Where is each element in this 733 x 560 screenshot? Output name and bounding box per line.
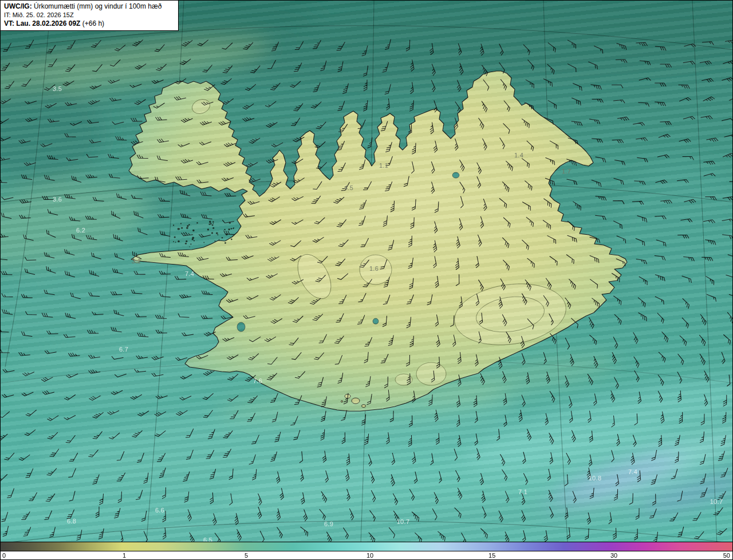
hofsjokull-glacier: [360, 255, 392, 285]
title-box: UWC/IG: Úrkomumætti (mm) og vindur í 100…: [1, 1, 179, 31]
init-time-line: IT: Mið. 25. 02. 2026 15Z: [4, 11, 173, 19]
colorbar-tick-1: 1: [123, 551, 126, 559]
skerry-islet: [212, 227, 214, 229]
skerry-islet: [173, 241, 174, 242]
skerry-islet: [188, 224, 190, 226]
skerry-islet: [189, 246, 190, 247]
skerry-islet: [186, 227, 188, 229]
skerry-islet: [175, 242, 176, 243]
skerry-islet: [190, 243, 191, 244]
model-name: UWC/IG:: [4, 2, 32, 10]
valid-time-line: VT: Lau. 28.02.2026 09Z (+66 h): [4, 19, 173, 28]
colorbar-tick-0: 0: [1, 551, 6, 559]
skerry-islet: [208, 223, 210, 224]
colorbar-tick-5: 5: [245, 551, 248, 559]
skerry-islet: [213, 223, 214, 224]
skerry-islet: [192, 236, 194, 239]
colorbar-tick-10: 10: [366, 551, 373, 559]
colorbar-gradient: [1, 542, 732, 551]
skerry-islet: [178, 228, 180, 230]
skerry-islet: [231, 228, 232, 230]
skerry-islet: [211, 232, 213, 234]
skerry-islet: [231, 239, 232, 240]
skerry-islet: [178, 240, 180, 243]
skerry-islet: [224, 229, 225, 230]
skerry-islet: [232, 228, 234, 229]
skerry-islet: [212, 224, 214, 226]
skerry-islet: [181, 227, 183, 228]
map-title: Úrkomumætti (mm) og vindur í 100m hæð: [32, 2, 162, 10]
skerry-islet: [187, 225, 188, 227]
colorbar-tick-30: 30: [610, 551, 617, 559]
skerry-islet: [219, 239, 220, 240]
weather-map: 3.53.66.23.17.46.77.64.51.11.41.71.66.86…: [0, 0, 733, 560]
skerry-islet: [209, 221, 211, 223]
skerry-islet: [224, 242, 226, 244]
skerry-islet: [216, 232, 218, 234]
skerry-islet: [180, 223, 182, 224]
skerry-islet: [212, 221, 214, 223]
skerry-islet: [185, 243, 187, 244]
thingvallavatn-lake: [237, 322, 245, 332]
skerry-islet: [196, 222, 198, 223]
skerry-islet: [222, 237, 223, 238]
colorbar-tick-row: 01510153050: [1, 551, 732, 559]
skerry-islet: [194, 240, 195, 241]
skerry-islet: [192, 230, 195, 232]
colorbar-tick-50: 50: [723, 551, 732, 559]
thorisvatn-lake: [373, 318, 379, 324]
forecast-offset: (+66 h): [80, 19, 104, 27]
skerry-islet: [207, 228, 209, 230]
skerry-islet: [186, 240, 187, 242]
skerry-islet: [174, 236, 176, 238]
skerry-islet: [217, 234, 218, 235]
map-title-line: UWC/IG: Úrkomumætti (mm) og vindur í 100…: [4, 2, 173, 11]
skerry-islet: [203, 242, 204, 243]
colorbar: 01510153050: [1, 542, 732, 559]
map-graphic: [1, 1, 733, 560]
skerry-islet: [228, 228, 230, 230]
colorbar-tick-15: 15: [488, 551, 495, 559]
skerry-islet: [173, 224, 174, 226]
valid-time: VT: Lau. 28.02.2026 09Z: [4, 19, 80, 27]
myrdalsjokull-glacier: [416, 362, 446, 385]
myvatn-lake: [452, 172, 459, 178]
skerry-islet: [215, 240, 216, 242]
